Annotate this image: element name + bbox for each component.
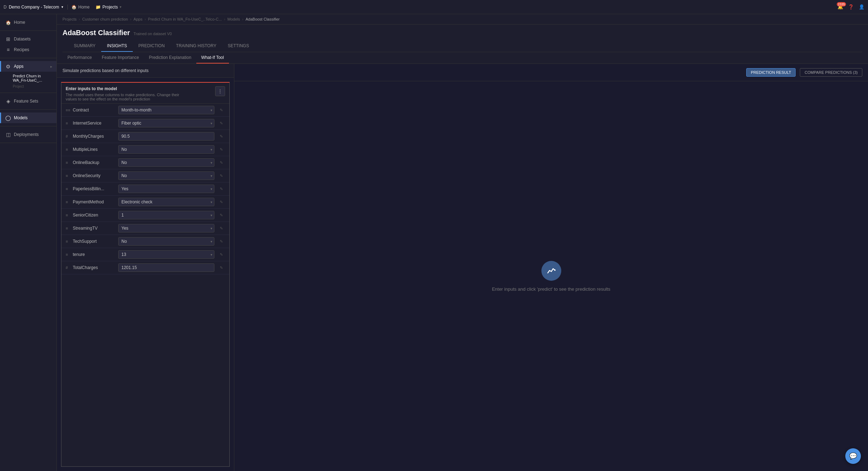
select-tenure[interactable]: 1 2 12 13 24 (118, 250, 214, 259)
select-contract[interactable]: Month-to-month One year Two year (118, 106, 214, 114)
sub-tab-performance[interactable]: Performance (62, 52, 97, 64)
select-tech-support[interactable]: Yes No No internet service (118, 237, 214, 246)
company-chevron: ▾ (61, 5, 63, 9)
sidebar-item-datasets[interactable]: ⊞ Datasets (0, 34, 56, 44)
sidebar-item-deployments[interactable]: ◫ Deployments (0, 129, 56, 140)
nav-projects[interactable]: 📁 Projects ▾ (95, 5, 121, 10)
more-icon: ⋮ (218, 88, 223, 94)
edit-contract[interactable]: ✎ (217, 106, 225, 114)
edit-total-charges[interactable]: ✎ (217, 264, 225, 272)
user-icon[interactable]: 👤 (859, 4, 864, 10)
sidebar-sub-apps[interactable]: Predict Churn in WA_Fn-UseC_... (0, 72, 56, 84)
select-wrapper-online-security: Yes No No internet service ▾ (118, 171, 214, 180)
edit-senior[interactable]: ✎ (217, 211, 225, 219)
edit-online-backup[interactable]: ✎ (217, 159, 225, 166)
fab-button[interactable]: 💬 (845, 448, 861, 464)
edit-payment[interactable]: ✎ (217, 198, 225, 206)
sub-tab-what-if-tool[interactable]: What-If Tool (196, 52, 229, 64)
field-row-streaming-tv: ≡ StreamingTV Yes No No internet service (61, 222, 229, 235)
sidebar-item-apps[interactable]: ⊙ Apps ▸ (0, 61, 56, 72)
predict-hint: Enter inputs and click 'predict' to see … (492, 286, 611, 292)
nav-home[interactable]: 🏠 Home (71, 5, 90, 10)
breadcrumb-customer-churn[interactable]: Customer churn prediction (82, 17, 128, 21)
field-label-total-charges: # TotalCharges (66, 265, 115, 270)
edit-monthly[interactable]: ✎ (217, 132, 225, 140)
inputs-action-button[interactable]: ⋮ (215, 86, 225, 96)
field-control-online-backup: Yes No No internet service ▾ (118, 158, 214, 167)
folder-icon: 📁 (95, 5, 101, 10)
recipes-icon: ≡ (5, 47, 11, 53)
sep5: › (242, 17, 244, 21)
sidebar-item-featuresets[interactable]: ◈ Feature Sets (0, 96, 56, 106)
edit-internet[interactable]: ✎ (217, 119, 225, 127)
top-nav-links: 🏠 Home 📁 Projects ▾ (71, 5, 834, 10)
field-control-streaming: Yes No No internet service ▾ (118, 224, 214, 232)
prediction-result-button[interactable]: PREDICTION RESULT (746, 68, 796, 77)
select-multiple-lines[interactable]: Yes No No phone service (118, 145, 214, 154)
select-wrapper-internet: DSL Fiber optic No ▾ (118, 119, 214, 127)
sidebar-apps-section: ⊙ Apps ▸ Predict Churn in WA_Fn-UseC_...… (0, 58, 56, 93)
breadcrumb-apps[interactable]: Apps (133, 17, 142, 21)
main-content: Projects › Customer churn prediction › A… (57, 14, 868, 471)
input-total-charges[interactable] (118, 263, 214, 272)
sub-tab-prediction-explanation[interactable]: Prediction Explanation (144, 52, 196, 64)
content-area: Simulate predictions based on different … (57, 64, 868, 471)
select-online-backup[interactable]: Yes No No internet service (118, 158, 214, 167)
select-internet-service[interactable]: DSL Fiber optic No (118, 119, 214, 127)
field-control-multiple-lines: Yes No No phone service ▾ (118, 145, 214, 154)
edit-tech-support[interactable]: ✎ (217, 237, 225, 245)
select-online-security[interactable]: Yes No No internet service (118, 171, 214, 180)
numeric-icon-total: # (66, 265, 71, 270)
edit-paperless[interactable]: ✎ (217, 185, 225, 193)
breadcrumb-projects[interactable]: Projects (62, 17, 77, 21)
sub-tabs: Performance Feature Importance Predictio… (57, 52, 868, 64)
compare-predictions-button[interactable]: COMPARE PREDICTIONS (3) (800, 68, 862, 77)
simulate-header: Simulate predictions based on different … (57, 64, 234, 78)
category-icon-payment: ≡ (66, 200, 71, 204)
notification-badge: 2335 (837, 2, 846, 6)
left-panel: Simulate predictions based on different … (57, 64, 234, 471)
company-name: Demo Company - Telecom (9, 5, 59, 10)
breadcrumb: Projects › Customer churn prediction › A… (57, 14, 868, 24)
tab-insights[interactable]: INSIGHTS (101, 40, 133, 52)
select-streaming-tv[interactable]: Yes No No internet service (118, 224, 214, 232)
notifications[interactable]: 🔔 2335 (837, 4, 843, 10)
breadcrumb-predict[interactable]: Predict Churn in WA_Fn-UseC_..Telco-C... (148, 17, 222, 21)
field-row-multiple-lines: ≡ MultipleLines Yes No No phone service … (61, 143, 229, 156)
sidebar-item-models[interactable]: ◯ Models (0, 113, 56, 123)
svg-point-0 (554, 269, 556, 271)
select-wrapper-paperless: Yes No ▾ (118, 185, 214, 193)
edit-online-security[interactable]: ✎ (217, 172, 225, 180)
sub-tab-feature-importance[interactable]: Feature Importance (97, 52, 144, 64)
field-control-senior: 0 1 ▾ (118, 211, 214, 219)
edit-tenure[interactable]: ✎ (217, 251, 225, 258)
sidebar-feature-section: ◈ Feature Sets (0, 93, 56, 110)
sidebar-item-recipes[interactable]: ≡ Recipes (0, 44, 56, 55)
field-control-internet: DSL Fiber optic No ▾ (118, 119, 214, 127)
page-header: AdaBoost Classifier Trained on dataset V… (57, 24, 868, 52)
field-control-online-security: Yes No No internet service ▾ (118, 171, 214, 180)
field-control-paperless: Yes No ▾ (118, 185, 214, 193)
select-wrapper-tech-support: Yes No No internet service ▾ (118, 237, 214, 246)
select-paperless-billing[interactable]: Yes No (118, 185, 214, 193)
category-icon-paperless: ≡ (66, 187, 71, 191)
tab-settings[interactable]: SETTINGS (222, 40, 255, 52)
right-panel-header: PREDICTION RESULT COMPARE PREDICTIONS (3… (234, 64, 868, 81)
tab-training-history[interactable]: TRAINING HISTORY (170, 40, 222, 52)
inputs-panel-title: Enter inputs to the model (66, 86, 186, 91)
select-payment-method[interactable]: Electronic check Mailed check Bank trans… (118, 198, 214, 206)
edit-streaming[interactable]: ✎ (217, 224, 225, 232)
input-monthly-charges[interactable] (118, 132, 214, 141)
tab-prediction[interactable]: PREDICTION (133, 40, 170, 52)
company-selector[interactable]: D Demo Company - Telecom ▾ (4, 5, 68, 10)
category-icon-online-backup: ≡ (66, 160, 71, 165)
breadcrumb-models[interactable]: Models (228, 17, 240, 21)
sidebar-item-home[interactable]: Home (0, 17, 56, 28)
tab-summary[interactable]: SUMMARY (68, 40, 101, 52)
select-senior-citizen[interactable]: 0 1 (118, 211, 214, 219)
field-label-streaming: ≡ StreamingTV (66, 226, 115, 231)
top-nav-right: 🔔 2335 ❓ 👤 (837, 4, 864, 10)
company-logo: D (4, 5, 7, 10)
edit-multiple-lines[interactable]: ✎ (217, 146, 225, 153)
help-icon[interactable]: ❓ (848, 4, 854, 10)
